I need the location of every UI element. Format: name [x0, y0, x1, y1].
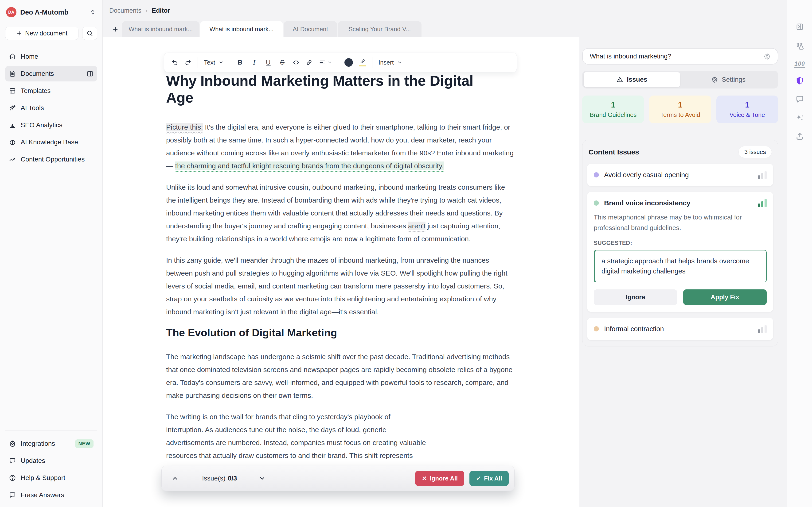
- tab-issues[interactable]: Issues: [583, 72, 680, 87]
- redo-icon[interactable]: [185, 59, 192, 66]
- highlighted-text-segment[interactable]: Picture this:: [166, 123, 203, 131]
- lab-flask-icon[interactable]: [795, 42, 804, 51]
- issue-count-label: Issue(s)0/3: [202, 474, 237, 482]
- text-style-value: Text: [204, 59, 215, 66]
- badge-label: Voice & Tone: [729, 111, 765, 119]
- issue-dot: [594, 201, 599, 206]
- highlighted-text-segment[interactable]: the charming and tactful knight rescuing…: [175, 162, 444, 170]
- breadcrumb-documents[interactable]: Documents: [109, 7, 142, 14]
- document-icon: [9, 70, 16, 77]
- text-segment: interruption. As audiences tune out the …: [166, 426, 386, 434]
- sidebar-item-seo-analytics[interactable]: SEO Analytics: [5, 117, 97, 133]
- brand-shield-icon[interactable]: [795, 76, 804, 86]
- new-document-button[interactable]: New document: [5, 27, 79, 40]
- gear-icon: [9, 440, 16, 447]
- message-icon: [9, 457, 16, 464]
- sidebar-item-label: Help & Support: [21, 474, 65, 482]
- query-input[interactable]: What is inbound marketing?: [582, 48, 778, 64]
- right-icon-rail: 100: [787, 0, 812, 507]
- sidebar-item-updates[interactable]: Updates: [5, 453, 97, 468]
- text-style-dropdown[interactable]: Text: [204, 59, 224, 66]
- editor-toolbar: Text B I U S Insert: [164, 53, 517, 72]
- issue-card-title: Informal contraction: [604, 325, 753, 333]
- add-tab-button[interactable]: [109, 21, 122, 37]
- tab-strip: What is inbound mark... What is inbound …: [103, 21, 579, 37]
- upload-icon[interactable]: [795, 131, 804, 140]
- sidebar-item-integrations[interactable]: Integrations NEW: [5, 436, 97, 451]
- strikethrough-button[interactable]: S: [278, 59, 287, 66]
- document-body[interactable]: Why Inbound Marketing Matters in the Dig…: [103, 37, 514, 462]
- italic-button[interactable]: I: [250, 59, 258, 66]
- template-icon: [9, 87, 16, 94]
- sidebar-item-label: Frase Answers: [21, 491, 64, 499]
- gear-icon[interactable]: [764, 53, 771, 60]
- severity-bars-icon: [758, 325, 767, 333]
- x-icon: ✕: [422, 475, 427, 482]
- home-icon: [9, 53, 16, 60]
- badge-terms-to-avoid[interactable]: 1 Terms to Avoid: [649, 96, 711, 123]
- issue-dot: [594, 326, 599, 331]
- sidebar-item-home[interactable]: Home: [5, 49, 97, 64]
- fix-all-label: Fix All: [484, 475, 502, 482]
- content-issues-panel: Content Issues 3 issues Avoid overly cas…: [582, 139, 778, 346]
- sidebar-item-label: SEO Analytics: [21, 121, 62, 129]
- tab-settings[interactable]: Settings: [680, 72, 777, 87]
- badge-voice-tone[interactable]: 1 Voice & Tone: [716, 96, 778, 123]
- badge-count: 1: [678, 101, 682, 109]
- tab-label: Scaling Your Brand V...: [349, 25, 411, 33]
- fix-all-button[interactable]: ✓ Fix All: [469, 471, 509, 486]
- ignore-button[interactable]: Ignore: [594, 289, 677, 305]
- bold-button[interactable]: B: [236, 59, 244, 66]
- issue-category-badges: 1 Brand Guidelines 1 Terms to Avoid 1 Vo…: [582, 96, 778, 123]
- issue-card-casual-opening[interactable]: Avoid overly casual opening: [587, 164, 773, 186]
- sidebar-item-help-support[interactable]: Help & Support: [5, 470, 97, 486]
- document-heading: The Evolution of Digital Marketing: [166, 327, 514, 339]
- editor-canvas: Text B I U S Insert: [103, 37, 579, 507]
- issue-count: 0/3: [228, 474, 237, 482]
- issue-card-brand-voice[interactable]: Brand voice inconsistency This metaphori…: [587, 192, 773, 312]
- chat-icon: [9, 492, 16, 499]
- badge-brand-guidelines[interactable]: 1 Brand Guidelines: [582, 96, 644, 123]
- text-segment: The marketing landscape has undergone a …: [166, 353, 512, 399]
- underline-button[interactable]: U: [264, 59, 272, 66]
- sidebar-item-templates[interactable]: Templates: [5, 83, 97, 99]
- align-dropdown[interactable]: [319, 59, 332, 66]
- apply-fix-button[interactable]: Apply Fix: [683, 289, 767, 305]
- chevron-down-icon[interactable]: [259, 475, 266, 482]
- user-name: Deo A-Mutomb: [20, 8, 86, 16]
- panel-columns-icon[interactable]: [87, 70, 94, 77]
- insert-dropdown[interactable]: Insert: [378, 59, 402, 66]
- highlighter-button[interactable]: [359, 58, 366, 66]
- tab-scaling-your-brand[interactable]: Scaling Your Brand V...: [338, 21, 421, 37]
- link-icon[interactable]: [306, 59, 313, 66]
- user-menu[interactable]: DA Deo A-Mutomb: [5, 7, 97, 17]
- sidebar-item-content-opportunities[interactable]: Content Opportunities: [5, 152, 97, 167]
- hundred-score-icon[interactable]: 100: [794, 60, 805, 67]
- sidebar-item-ai-tools[interactable]: AI Tools: [5, 100, 97, 116]
- issue-card-title: Brand voice inconsistency: [604, 199, 753, 207]
- chevron-up-icon[interactable]: [171, 475, 179, 482]
- tab-ai-document[interactable]: AI Document: [284, 21, 337, 37]
- tab-document-1[interactable]: What is inbound mark...: [122, 21, 199, 37]
- ignore-all-button[interactable]: ✕ Ignore All: [415, 471, 464, 486]
- sidebar-item-documents[interactable]: Documents: [5, 66, 97, 81]
- new-badge: NEW: [75, 439, 94, 448]
- new-document-label: New document: [25, 30, 67, 37]
- collapse-panel-icon[interactable]: [796, 22, 804, 31]
- code-icon[interactable]: [293, 59, 300, 66]
- sidebar-item-frase-answers[interactable]: Frase Answers: [5, 487, 97, 503]
- document-paragraph: The marketing landscape has undergone a …: [166, 350, 514, 402]
- sidebar-item-label: Templates: [21, 87, 51, 95]
- undo-icon[interactable]: [171, 59, 178, 66]
- sidebar-item-label: Integrations: [21, 440, 55, 447]
- comment-icon[interactable]: [795, 95, 804, 104]
- text-color-button[interactable]: [345, 58, 353, 67]
- ai-sparkles-icon[interactable]: [795, 113, 804, 122]
- search-button[interactable]: [82, 27, 97, 40]
- sidebar-nav: Home Documents Templates AI Tools SEO An…: [5, 49, 97, 167]
- tab-document-2-active[interactable]: What is inbound mark...: [200, 21, 283, 37]
- highlighted-text-segment[interactable]: aren't: [408, 222, 425, 230]
- sidebar-item-label: Home: [21, 53, 38, 60]
- sidebar-item-ai-knowledge-base[interactable]: AI Knowledge Base: [5, 134, 97, 150]
- issue-card-informal-contraction[interactable]: Informal contraction: [587, 318, 773, 340]
